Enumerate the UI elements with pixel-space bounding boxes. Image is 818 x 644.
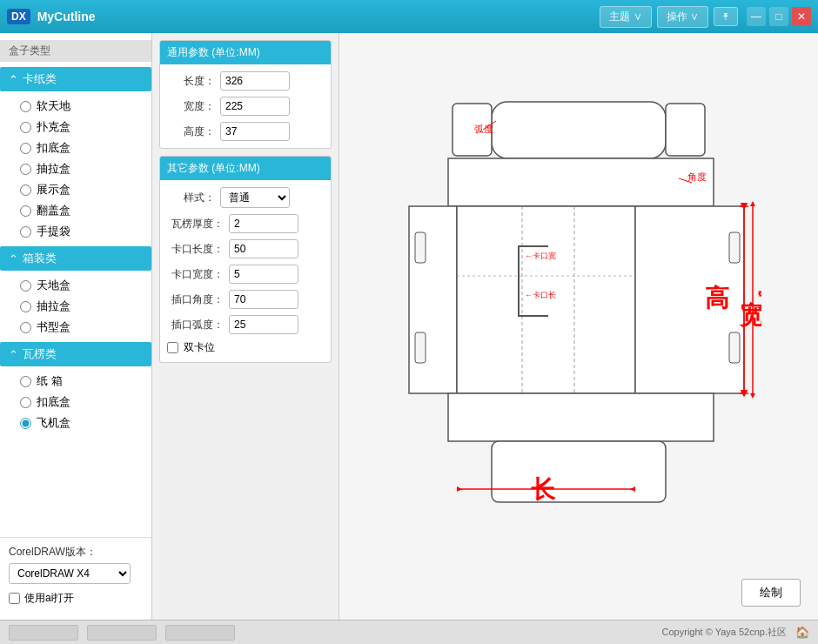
coreldraw-label: CorelDRAW版本： (9, 545, 143, 560)
svg-text:←卡口长: ←卡口长 (525, 291, 556, 299)
width-input[interactable] (220, 97, 290, 116)
slot-arc-label: 插口弧度： (167, 318, 224, 332)
category-cardboard-label: 卡纸类 (23, 71, 57, 87)
coreldraw-select[interactable]: CorelDRAW X4 CorelDRAW X5 CorelDRAW X6 (9, 563, 131, 584)
category-box-label: 箱装类 (23, 251, 57, 266)
pin-button[interactable]: 🖈 (714, 7, 738, 26)
dual-slot-checkbox-row: 双卡位 (167, 340, 215, 355)
slot-angle-input[interactable] (229, 290, 298, 309)
height-label: 高度： (167, 124, 215, 139)
length-label: 长度： (167, 74, 215, 89)
box-diagram: 弧度 角度 高 宽 长 ←卡口宽 (396, 84, 761, 537)
dual-slot-checkbox[interactable] (167, 342, 178, 353)
svg-rect-13 (729, 332, 740, 363)
slot-angle-row: 插口角度： (167, 290, 324, 309)
slot-arc-input[interactable] (229, 315, 298, 334)
style-select[interactable]: 普通 加强 (220, 187, 290, 208)
ops-button[interactable]: 操作 ∨ (657, 6, 708, 28)
main-content: 盒子类型 ⌃ 卡纸类 软天地 扑克盒 扣底盒 抽拉盒 展示盒 翻盖盒 手提袋 ⌃… (0, 33, 818, 620)
theme-button[interactable]: 主题 ∨ (600, 6, 651, 28)
svg-rect-12 (729, 232, 740, 263)
ai-open-row: 使用ai打开 (9, 591, 143, 606)
app-title: MyCutline (37, 10, 593, 23)
svg-rect-4 (448, 158, 714, 206)
slot-length-input[interactable] (229, 239, 298, 258)
slot-width-label: 卡口宽度： (167, 267, 224, 282)
list-item[interactable]: 抽拉盒 (13, 158, 151, 179)
svg-rect-3 (666, 104, 705, 156)
ai-open-checkbox[interactable] (9, 593, 20, 604)
other-params-section: 其它参数 (单位:MM) 样式： 普通 加强 瓦楞厚度： 卡口长度： (159, 156, 332, 363)
list-item[interactable]: 扣底盒 (13, 392, 151, 413)
list-item[interactable]: 翻盖盒 (13, 200, 151, 221)
list-item[interactable]: 软天地 (13, 96, 151, 117)
list-item[interactable]: 书型盒 (13, 317, 151, 338)
width-label: 宽度： (167, 99, 215, 114)
category-cardboard-items: 软天地 扑克盒 扣底盒 抽拉盒 展示盒 翻盖盒 手提袋 (0, 93, 151, 245)
height-row: 高度： (167, 122, 324, 141)
list-item[interactable]: 展示盒 (13, 179, 151, 200)
list-item[interactable]: 抽拉盒 (13, 296, 151, 317)
svg-rect-1 (492, 102, 666, 158)
dual-slot-row: 双卡位 (167, 340, 324, 355)
corrugated-thickness-row: 瓦楞厚度： (167, 214, 324, 233)
community-icon: 🏠 (795, 626, 809, 639)
list-item[interactable]: 手提袋 (13, 221, 151, 242)
slot-width-row: 卡口宽度： (167, 265, 324, 284)
svg-text:角度: 角度 (687, 171, 707, 182)
list-item[interactable]: 扣底盒 (13, 138, 151, 158)
slot-arc-row: 插口弧度： (167, 315, 324, 334)
svg-rect-11 (415, 332, 426, 363)
chevron-icon: ⌃ (9, 73, 18, 86)
list-item[interactable]: 天地盒 (13, 275, 151, 296)
list-item[interactable]: 扑克盒 (13, 117, 151, 138)
slot-angle-label: 插口角度： (167, 292, 224, 307)
slot-width-input[interactable] (229, 265, 298, 284)
height-input[interactable] (220, 122, 290, 141)
maximize-button[interactable]: □ (769, 7, 788, 26)
status-segment-2 (87, 625, 157, 641)
copyright-text: Copyright © Yaya 52cnp.社区 (662, 626, 787, 639)
svg-text:宽: 宽 (756, 289, 761, 311)
box-type-title: 盒子类型 (0, 40, 151, 62)
statusbar: Copyright © Yaya 52cnp.社区 🏠 (0, 620, 818, 644)
close-button[interactable]: ✕ (792, 7, 811, 26)
status-segment-3 (165, 625, 235, 641)
corrugated-thickness-input[interactable] (229, 214, 298, 233)
svg-rect-17 (518, 245, 520, 315)
svg-text:←卡口宽: ←卡口宽 (525, 252, 556, 260)
length-row: 长度： (167, 71, 324, 91)
corrugated-thickness-label: 瓦楞厚度： (167, 217, 224, 231)
coreldraw-section: CorelDRAW版本： CorelDRAW X4 CorelDRAW X5 C… (0, 537, 151, 613)
left-panel: 盒子类型 ⌃ 卡纸类 软天地 扑克盒 扣底盒 抽拉盒 展示盒 翻盖盒 手提袋 ⌃… (0, 33, 152, 620)
category-corrugated-items: 纸 箱 扣底盒 飞机盒 (0, 368, 151, 436)
list-item-feixiang[interactable]: 飞机盒 (13, 413, 151, 433)
svg-rect-19 (518, 315, 548, 317)
category-cardboard[interactable]: ⌃ 卡纸类 (0, 67, 151, 91)
style-row: 样式： 普通 加强 (167, 187, 324, 208)
list-item[interactable]: 纸 箱 (13, 371, 151, 392)
draw-button-area: 绘制 (348, 579, 809, 611)
category-box-items: 天地盒 抽拉盒 书型盒 (0, 272, 151, 340)
ai-open-label: 使用ai打开 (24, 591, 74, 606)
draw-button[interactable]: 绘制 (741, 579, 801, 607)
slot-length-row: 卡口长度： (167, 239, 324, 258)
middle-panel: 通用参数 (单位:MM) 长度： 宽度： 高度： 其它参数 (单位:MM) (152, 33, 339, 620)
svg-text:高: 高 (705, 284, 729, 312)
svg-rect-8 (448, 393, 714, 441)
svg-rect-10 (415, 232, 426, 263)
slot-length-label: 卡口长度： (167, 242, 224, 257)
window-controls: — □ ✕ (747, 7, 811, 26)
category-box[interactable]: ⌃ 箱装类 (0, 246, 151, 271)
minimize-button[interactable]: — (747, 7, 766, 26)
category-corrugated-label: 瓦楞类 (23, 346, 57, 362)
titlebar-controls: 主题 ∨ 操作 ∨ 🖈 — □ ✕ (600, 6, 811, 28)
svg-rect-9 (492, 441, 666, 502)
category-corrugated[interactable]: ⌃ 瓦楞类 (0, 342, 151, 366)
general-params-header: 通用参数 (单位:MM) (160, 41, 331, 64)
status-segment-1 (9, 625, 78, 641)
width-row: 宽度： (167, 97, 324, 116)
svg-rect-6 (457, 206, 635, 393)
app-logo: DX (7, 9, 30, 24)
length-input[interactable] (220, 71, 290, 91)
